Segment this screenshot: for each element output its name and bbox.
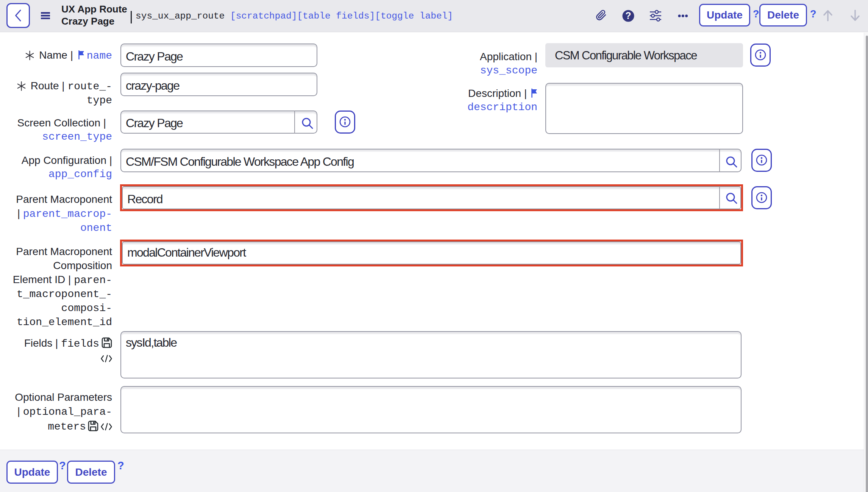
- svg-text:?: ?: [625, 10, 631, 21]
